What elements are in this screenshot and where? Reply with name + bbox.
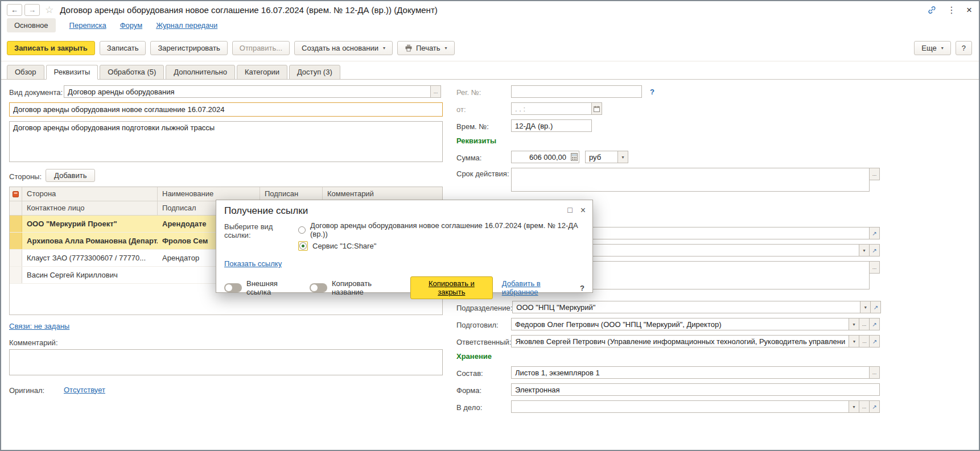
doc-name-input[interactable] [9, 102, 443, 117]
nav-correspondence-link[interactable]: Переписка [69, 21, 106, 30]
responsible-row: Ответственный: ▾ ... ↗ [456, 335, 888, 347]
print-button[interactable]: Печать ▾ [397, 41, 455, 55]
section-storage: Хранение [456, 352, 888, 361]
calculator-icon[interactable] [571, 153, 578, 163]
column-header-signed[interactable]: Подписан [260, 187, 323, 201]
form-input[interactable] [511, 383, 880, 396]
composition-input[interactable] [511, 366, 870, 379]
department-open-button[interactable]: ↗ [870, 301, 881, 313]
comment-input[interactable] [9, 349, 443, 375]
register-button[interactable]: Зарегистрировать [150, 41, 227, 55]
reg-number-input[interactable] [511, 85, 642, 98]
doc-kind-input[interactable] [64, 85, 431, 98]
copy-and-close-button[interactable]: Копировать и закрыть [410, 276, 493, 299]
temp-number-input[interactable] [511, 119, 592, 132]
tab-requisites[interactable]: Реквизиты [46, 65, 98, 80]
tab-processing[interactable]: Обработка (5) [100, 65, 164, 80]
prepared-dropdown-button[interactable]: ▾ [849, 318, 859, 330]
relations-link[interactable]: Связи: не заданы [9, 322, 69, 330]
department-input[interactable] [512, 301, 860, 313]
composition-select-button[interactable]: ... [869, 366, 880, 379]
reg-date-row: от: [456, 102, 888, 115]
close-icon[interactable]: × [966, 5, 972, 16]
external-link-label: Внешняя ссылка [246, 279, 298, 296]
responsible-dropdown-button[interactable]: ▾ [849, 335, 859, 347]
chevron-down-icon: ▾ [621, 155, 624, 160]
reg-help-icon[interactable]: ? [650, 88, 654, 96]
term-input[interactable] [511, 168, 870, 192]
dialog-title: Получение ссылки [224, 205, 559, 217]
more-button[interactable]: Еще ▾ [914, 41, 950, 55]
nav-transfer-log-link[interactable]: Журнал передачи [156, 21, 217, 30]
get-link-icon[interactable] [927, 5, 937, 15]
table-settings-cell[interactable] [10, 187, 22, 201]
form-label: Форма: [456, 384, 511, 395]
prepared-open-button[interactable]: ↗ [869, 318, 880, 330]
back-button[interactable]: ← [7, 4, 22, 16]
add-favorites-link[interactable]: Добавить в избранное [502, 279, 571, 296]
term-label: Срок действия: [456, 168, 511, 178]
tab-access[interactable]: Доступ (3) [289, 65, 340, 80]
add-party-button[interactable]: Добавить [46, 169, 95, 182]
link-type-option-service[interactable]: Сервис "1C:Share" [298, 241, 584, 251]
help-button[interactable]: ? [956, 41, 972, 55]
responsible-label: Ответственный: [456, 336, 511, 346]
dialog-maximize-icon[interactable]: □ [567, 205, 572, 214]
more-menu-icon[interactable]: ⋮ [947, 5, 956, 15]
responsible-input[interactable] [511, 335, 849, 347]
link-type-option-document[interactable]: Договор аренды оборудования новое соглаш… [298, 221, 584, 238]
doc-description-input[interactable]: Договор аренды оборудования подготовки л… [9, 121, 443, 162]
prepared-input[interactable] [511, 318, 849, 330]
responsible-open-button[interactable]: ↗ [869, 335, 880, 347]
save-and-close-button[interactable]: Записать и закрыть [7, 41, 95, 55]
ellipsis-button[interactable]: ... [869, 261, 880, 274]
dialog-help-icon[interactable]: ? [580, 284, 584, 292]
forward-icon: → [28, 6, 36, 14]
column-header-contact[interactable]: Контактное лицо [22, 201, 158, 215]
case-dropdown-button[interactable]: ▾ [849, 400, 859, 413]
row-marker [10, 233, 22, 249]
open-button[interactable]: ↗ [869, 244, 880, 256]
dialog-close-icon[interactable]: × [580, 205, 586, 216]
row-marker [10, 216, 22, 232]
send-button[interactable]: Отправить... [232, 41, 290, 55]
copy-name-toggle[interactable] [310, 283, 327, 292]
ellipsis-icon: ... [862, 338, 867, 344]
original-link[interactable]: Отсутствует [64, 386, 105, 394]
dropdown-button[interactable]: ▾ [859, 244, 870, 256]
department-dropdown-button[interactable]: ▾ [860, 301, 871, 313]
nav-forum-link[interactable]: Форум [120, 21, 143, 30]
back-icon: ← [11, 6, 18, 14]
prepared-select-button[interactable]: ... [859, 318, 870, 330]
ellipsis-icon: ... [872, 171, 877, 177]
column-header-comment[interactable]: Комментарий [323, 187, 442, 201]
case-open-button[interactable]: ↗ [869, 400, 880, 413]
forward-button[interactable]: → [24, 4, 40, 16]
tab-overview[interactable]: Обзор [7, 65, 44, 80]
tab-categories[interactable]: Категории [237, 65, 287, 80]
favorite-star-icon[interactable]: ☆ [45, 4, 53, 16]
responsible-select-button[interactable]: ... [859, 335, 870, 347]
column-header-name[interactable]: Наименование [158, 187, 260, 201]
currency-input[interactable] [585, 151, 618, 163]
case-input[interactable] [511, 400, 849, 413]
case-row: В дело: ▾ ... ↗ [456, 400, 888, 413]
nav-main-tab[interactable]: Основное [7, 18, 56, 32]
external-link-toggle[interactable] [224, 283, 242, 292]
doc-kind-select-button[interactable]: ... [430, 85, 441, 98]
show-link[interactable]: Показать ссылку [224, 259, 282, 268]
term-select-button[interactable]: ... [869, 168, 880, 180]
chain-icon-svg [927, 5, 937, 15]
tab-additional[interactable]: Дополнительно [166, 65, 235, 80]
reg-date-input[interactable] [511, 102, 592, 115]
column-header-party[interactable]: Сторона [22, 187, 158, 201]
case-select-button[interactable]: ... [859, 400, 870, 413]
open-button[interactable]: ↗ [869, 227, 880, 239]
currency-dropdown-button[interactable]: ▾ [617, 151, 628, 163]
create-based-on-button[interactable]: Создать на основании ▾ [294, 41, 393, 55]
save-button[interactable]: Записать [100, 41, 146, 55]
chevron-down-icon: ▾ [853, 322, 855, 327]
calendar-button[interactable] [591, 102, 602, 115]
prepared-row: Подготовил: ▾ ... ↗ [456, 318, 888, 330]
sum-input[interactable] [511, 151, 579, 163]
